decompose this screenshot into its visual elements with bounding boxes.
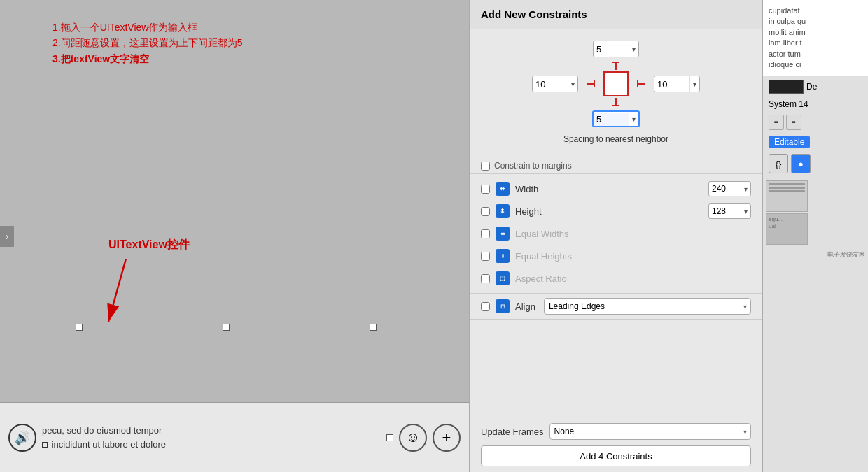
smiley-button[interactable]: ☺ (399, 424, 427, 452)
align-select-wrapper[interactable]: Leading Edges Trailing Edges Top Edges B… (544, 298, 751, 315)
constrain-margins-label: Constrain to margins (494, 161, 572, 171)
middle-spacing-row: 10 ▾ 10 ▾ (532, 71, 700, 96)
ibeam-cap-left (594, 80, 595, 87)
speaker-icon: 🔊 (15, 430, 30, 445)
font-row: System 14 (766, 98, 865, 110)
add-constraints-button[interactable]: Add 4 Constraints (481, 445, 751, 466)
annotation-line1: 1.拖入一个UITextView作为输入框 (52, 20, 242, 35)
constrain-margins-row: Constrain to margins (470, 158, 762, 173)
equal-widths-checkbox[interactable] (481, 229, 490, 238)
right-controls: De System 14 ≡ ≡ Editable {} ● (763, 76, 868, 178)
ibeam-line-left (587, 83, 594, 85)
center-reference-box (603, 71, 629, 96)
align-select[interactable]: Leading Edges Trailing Edges Top Edges B… (544, 298, 751, 315)
annotation-line3: 3.把textView文字清空 (52, 51, 242, 66)
height-constraint-row: ⬍ Height 128 ▾ (481, 202, 751, 220)
right-spacing-dropdown[interactable]: ▾ (690, 76, 699, 92)
left-spacing-field[interactable]: 10 (533, 78, 568, 91)
thumbnail-2: equ...ual (766, 213, 808, 245)
font-label: System 14 (769, 99, 808, 109)
color-swatch[interactable] (769, 80, 804, 94)
thumb-line (769, 190, 805, 192)
bottom-spacing-dropdown[interactable]: ▾ (629, 112, 638, 126)
update-frames-label: Update Frames (481, 427, 544, 437)
constraints-panel: Add New Constraints 5 ▾ 10 ▾ (469, 0, 763, 472)
align-left-icon[interactable]: ≡ (769, 115, 784, 130)
bottom-spacing-field[interactable]: 5 (594, 113, 629, 126)
height-dropdown[interactable]: ▾ (741, 204, 750, 218)
width-dropdown[interactable]: ▾ (741, 182, 750, 196)
ibeam-line-top (615, 63, 617, 70)
alignment-icons-group: ≡ ≡ (769, 115, 802, 130)
curly-brace-icon[interactable]: {} (769, 154, 788, 173)
circle-icon[interactable]: ● (791, 154, 811, 173)
curly-row: {} ● (766, 152, 865, 175)
top-spacing-dropdown[interactable]: ▾ (629, 41, 638, 57)
constraints-list: ⬌ Width 240 ▾ ⬍ Height 128 ▾ ⇔ Equal Wid… (470, 174, 762, 293)
arrow-icon (98, 259, 140, 329)
editable-badge[interactable]: Editable (769, 136, 810, 148)
equal-heights-row: ⇕ Equal Heights (481, 247, 751, 265)
equal-widths-icon: ⇔ (496, 227, 510, 241)
ibeam-bottom-indicator (612, 98, 620, 106)
bottom-spacing-row: 5 ▾ (592, 110, 640, 127)
panel-title: Add New Constraints (470, 0, 762, 29)
left-spacing-input[interactable]: 10 ▾ (532, 76, 578, 92)
align-icon: ⊡ (496, 299, 510, 313)
bottom-spacing-input[interactable]: 5 ▾ (592, 110, 640, 127)
plus-button[interactable]: + (433, 424, 461, 452)
top-spacing-field[interactable]: 5 (594, 43, 629, 56)
right-sample-text: cupidatatin culpa qumollit animlam liber… (763, 0, 868, 76)
right-thumbnails: equ...ual (763, 178, 868, 248)
textview-bold: 3.把textView文字清空 (52, 53, 149, 64)
width-value-field[interactable]: 240 (709, 183, 741, 195)
svg-line-1 (108, 259, 126, 322)
equal-widths-row: ⇔ Equal Widths (481, 224, 751, 243)
width-value-input[interactable]: 240 ▾ (708, 181, 751, 196)
bottom-text-line2: incididunt ut labore et dolore (42, 438, 381, 452)
width-constraint-row: ⬌ Width 240 ▾ (481, 180, 751, 198)
alignment-row: ≡ ≡ (766, 113, 865, 131)
selection-handle (370, 324, 377, 331)
align-row: ⊡ Align Leading Edges Trailing Edges Top… (470, 294, 762, 319)
align-checkbox[interactable] (481, 302, 490, 311)
selection-handle (223, 324, 230, 331)
width-checkbox[interactable] (481, 185, 490, 194)
update-frames-select-wrapper[interactable]: None Items of New Constraints All Frames… (550, 423, 751, 440)
speaker-button[interactable]: 🔊 (8, 424, 36, 452)
ibeam-line-bottom (615, 98, 617, 105)
height-icon: ⬍ (496, 204, 510, 218)
update-frames-select[interactable]: None Items of New Constraints All Frames… (550, 423, 751, 440)
height-value-input[interactable]: 128 ▾ (708, 203, 751, 219)
constrain-margins-checkbox[interactable] (481, 162, 490, 171)
uitextview-label: UITextView控件 (108, 238, 190, 252)
spacing-label: Spacing to nearest neighbor (564, 131, 668, 147)
thumb-line (769, 187, 805, 189)
equal-heights-checkbox[interactable] (481, 252, 490, 261)
align-right-icon[interactable]: ≡ (786, 115, 802, 130)
selection-handle (76, 324, 83, 331)
equal-heights-icon: ⇕ (496, 249, 510, 263)
height-label: Height (515, 206, 703, 217)
small-square-icon (42, 442, 48, 448)
annotation-block: 1.拖入一个UITextView作为输入框 2.间距随意设置，这里设置为上下间距… (52, 20, 242, 66)
aspect-ratio-icon: ⬚ (496, 271, 510, 285)
left-spacing-dropdown[interactable]: ▾ (568, 76, 578, 92)
thumb-lines-1 (766, 181, 807, 196)
equal-heights-label: Equal Heights (515, 251, 751, 262)
aspect-ratio-row: ⬚ Aspect Ratio (481, 269, 751, 287)
bottom-text-content: pecu, sed do eiusmod tempor incididunt u… (42, 424, 381, 451)
left-chevron-icon[interactable]: › (0, 226, 14, 247)
bottom-toolbar: 🔊 pecu, sed do eiusmod tempor incididunt… (0, 402, 469, 472)
right-spacing-field[interactable]: 10 (654, 78, 690, 91)
top-spacing-input[interactable]: 5 ▾ (593, 41, 639, 57)
thumbnail-1 (766, 180, 808, 212)
right-spacing-input[interactable]: 10 ▾ (654, 76, 700, 92)
watermark: 电子发烧友网 (763, 248, 868, 262)
aspect-ratio-checkbox[interactable] (481, 274, 490, 283)
height-value-field[interactable]: 128 (709, 205, 741, 217)
height-checkbox[interactable] (481, 207, 490, 216)
aspect-ratio-label: Aspect Ratio (515, 273, 751, 284)
ibeam-top-indicator (612, 62, 620, 70)
update-frames-row: Update Frames None Items of New Constrai… (470, 417, 762, 443)
